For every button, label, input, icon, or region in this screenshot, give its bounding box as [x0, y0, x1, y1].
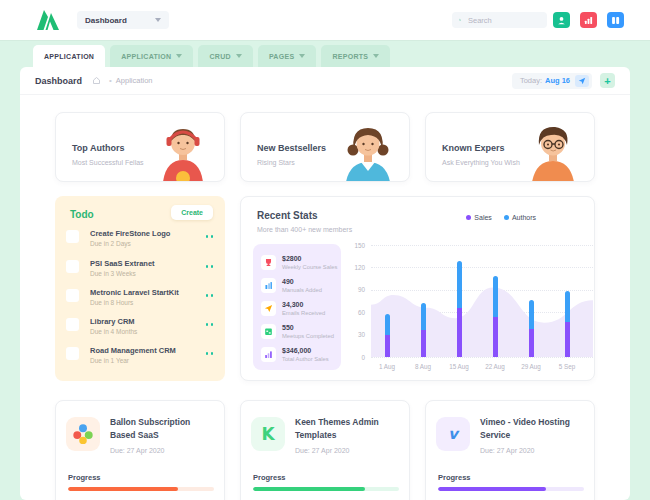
dots-menu-icon[interactable]	[206, 352, 214, 355]
top-authors-card[interactable]: Top Authors Most Successful Fellas	[55, 112, 225, 182]
x-tick-label: 29 Aug	[514, 363, 548, 370]
tab-label: APPLICATION	[44, 53, 94, 60]
chevron-down-icon	[155, 18, 161, 22]
stats-title: Recent Stats	[257, 210, 318, 221]
stat-label: Meetups Completed	[282, 333, 334, 339]
legend-authors[interactable]: Authors	[504, 214, 536, 221]
user-icon	[557, 16, 566, 25]
chart-bar[interactable]	[493, 276, 498, 357]
pinwheel-icon	[72, 423, 94, 445]
chart-bar[interactable]	[385, 314, 390, 357]
project-due: Due: 27 Apr 2020	[110, 447, 165, 454]
stat-value: 490	[282, 278, 322, 287]
add-button[interactable]: +	[600, 73, 615, 88]
stat-row: $2800 Weekly Course Sales	[261, 251, 341, 274]
todo-item[interactable]: PSI SaaS Extranet Due in 3 Weeks	[66, 259, 215, 283]
todo-checkbox[interactable]	[66, 230, 79, 243]
legend-label: Authors	[512, 214, 536, 221]
todo-card: Todo Create Create FireStone Logo Due in…	[55, 196, 225, 381]
tab-bar: APPLICATION APPLICATION CRUD PAGES REPOR…	[33, 45, 390, 67]
todo-item-due: Due in 8 Hours	[90, 299, 133, 306]
project-icon-tile: K	[251, 417, 285, 451]
stat-row: 34,300 Emails Received	[261, 297, 341, 320]
columns-icon	[611, 16, 620, 25]
date-picker[interactable]: Today: Aug 16	[512, 73, 592, 89]
cup-icon	[261, 255, 276, 270]
graph-icon	[261, 347, 276, 362]
progress-track	[253, 487, 399, 491]
progress-fill	[438, 487, 546, 491]
layout-button[interactable]	[607, 12, 624, 28]
progress-label: Progress	[438, 473, 471, 482]
todo-item-title: PSI SaaS Extranet	[90, 259, 155, 268]
tab-pages[interactable]: PAGES	[258, 45, 317, 67]
chart-bar[interactable]	[457, 261, 462, 357]
stat-row: 490 Manuals Added	[261, 274, 341, 297]
stat-value: 34,300	[282, 301, 325, 310]
search-input[interactable]	[466, 15, 540, 26]
chart-bar[interactable]	[565, 291, 570, 357]
tab-application-active[interactable]: APPLICATION	[33, 45, 105, 67]
card-subtitle: Most Successful Fellas	[72, 159, 144, 166]
send-icon	[578, 77, 586, 85]
user-button[interactable]	[553, 12, 570, 28]
chart-bar[interactable]	[529, 300, 534, 357]
y-tick-label: 30	[358, 331, 365, 338]
dots-menu-icon[interactable]	[206, 265, 214, 268]
stat-label: Emails Received	[282, 310, 325, 316]
todo-item[interactable]: Road Management CRM Due in 1 Year	[66, 346, 215, 370]
todo-checkbox[interactable]	[66, 260, 79, 273]
progress-track	[438, 487, 584, 491]
todo-item-due: Due in 1 Year	[90, 357, 129, 364]
todo-item[interactable]: Create FireStone Logo Due in 2 Days	[66, 229, 215, 253]
top-header: Dashboard	[0, 0, 650, 40]
calendar-send-button[interactable]	[575, 75, 589, 87]
todo-checkbox[interactable]	[66, 347, 79, 360]
stat-label: Manuals Added	[282, 287, 322, 293]
search-icon	[459, 16, 461, 24]
breadcrumb-bar: Dashboard • Application Today: Aug 16	[20, 67, 630, 95]
send-icon	[261, 301, 276, 316]
todo-item[interactable]: Metronic Laravel StartKit Due in 8 Hours	[66, 288, 215, 312]
todo-checkbox[interactable]	[66, 318, 79, 331]
tab-reports[interactable]: REPORTS	[321, 45, 390, 67]
stats-button[interactable]	[580, 12, 597, 28]
stat-row: $346,000 Total Author Sales	[261, 343, 341, 366]
today-value: Aug 16	[545, 76, 570, 85]
progress-label: Progress	[253, 473, 286, 482]
page-title: Dashboard	[35, 76, 82, 86]
dots-menu-icon[interactable]	[206, 235, 214, 238]
dots-menu-icon[interactable]	[206, 294, 214, 297]
todo-item[interactable]: Library CRM Due in 4 Months	[66, 317, 215, 341]
tab-application-menu[interactable]: APPLICATION	[110, 45, 193, 67]
legend-sales[interactable]: Sales	[466, 214, 492, 221]
create-button[interactable]: Create	[171, 205, 213, 220]
known-expers-card[interactable]: Known Expers Ask Everything You Wish	[425, 112, 595, 182]
y-tick-label: 0	[361, 354, 365, 361]
breadcrumb-separator: •	[109, 76, 112, 85]
dots-menu-icon[interactable]	[206, 323, 214, 326]
project-card-keen[interactable]: K Keen Themes Admin Templates Due: 27 Ap…	[240, 400, 410, 500]
new-bestsellers-card[interactable]: New Bestsellers Rising Stars	[240, 112, 410, 182]
project-card-ballon[interactable]: Ballon Subscription Based SaaS Due: 27 A…	[55, 400, 225, 500]
breadcrumb-section[interactable]: Application	[116, 76, 153, 85]
home-icon[interactable]	[92, 76, 101, 85]
project-card-vimeo[interactable]: v Vimeo - Video Hosting Service Due: 27 …	[425, 400, 595, 500]
progress-fill	[253, 487, 365, 491]
card-title: New Bestsellers	[257, 143, 326, 153]
stats-chart-wrap: 0306090120150 1 Aug8 Aug15 Aug22 Aug29 A…	[353, 245, 593, 377]
y-tick-label: 150	[354, 242, 365, 249]
tab-label: REPORTS	[332, 53, 368, 60]
dashboard-select[interactable]: Dashboard	[77, 11, 169, 29]
tab-label: PAGES	[269, 53, 295, 60]
calendar-icon	[261, 324, 276, 339]
todo-checkbox[interactable]	[66, 289, 79, 302]
recent-stats-card: Recent Stats More than 400+ new members …	[240, 196, 595, 381]
x-tick-label: 1 Aug	[370, 363, 404, 370]
stats-subtitle: More than 400+ new members	[257, 226, 352, 233]
todo-item-due: Due in 2 Days	[90, 240, 131, 247]
chart-bar[interactable]	[421, 303, 426, 357]
chart-legend: Sales Authors	[466, 214, 536, 221]
x-tick-label: 5 Sep	[550, 363, 584, 370]
tab-crud[interactable]: CRUD	[198, 45, 252, 67]
